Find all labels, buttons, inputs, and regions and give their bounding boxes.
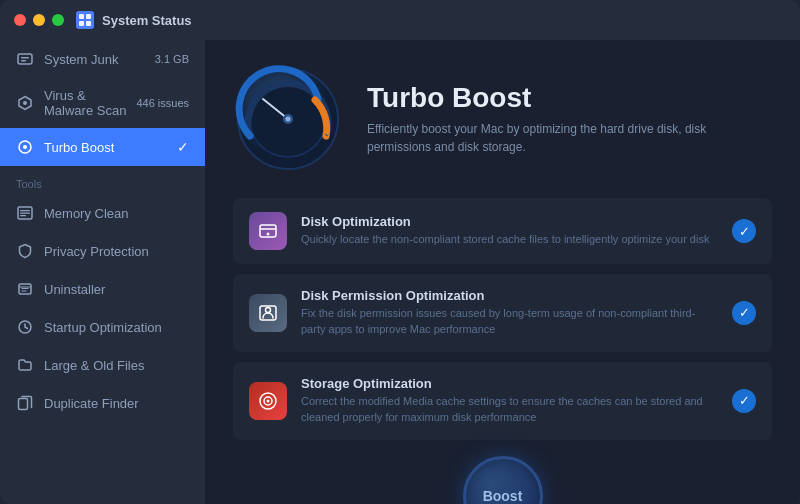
memory-clean-icon bbox=[16, 204, 34, 222]
svg-point-27 bbox=[266, 307, 271, 312]
storage-optimization-icon bbox=[249, 382, 287, 420]
gauge-container bbox=[233, 64, 343, 174]
header-text: Turbo Boost Efficiently boost your Mac b… bbox=[367, 82, 747, 156]
storage-optimization-title: Storage Optimization bbox=[301, 376, 718, 391]
svg-point-25 bbox=[267, 233, 270, 236]
storage-optimization-check: ✓ bbox=[732, 389, 756, 413]
sidebar-item-turbo-boost[interactable]: Turbo Boost ✓ bbox=[0, 128, 205, 166]
duplicate-finder-icon bbox=[16, 394, 34, 412]
virus-malware-icon bbox=[16, 94, 34, 112]
svg-point-7 bbox=[23, 101, 27, 105]
disk-permission-icon bbox=[249, 294, 287, 332]
page-title: Turbo Boost bbox=[367, 82, 747, 114]
content-header: Turbo Boost Efficiently boost your Mac b… bbox=[233, 64, 772, 174]
privacy-protection-icon bbox=[16, 242, 34, 260]
duplicate-finder-label: Duplicate Finder bbox=[44, 396, 189, 411]
minimize-button[interactable] bbox=[33, 14, 45, 26]
titlebar: System Status bbox=[0, 0, 800, 40]
sidebar-item-privacy-protection[interactable]: Privacy Protection bbox=[0, 232, 205, 270]
svg-rect-16 bbox=[19, 399, 28, 410]
feature-disk-permission: Disk Permission Optimization Fix the dis… bbox=[233, 274, 772, 352]
svg-rect-0 bbox=[79, 14, 84, 19]
svg-rect-12 bbox=[20, 213, 30, 214]
disk-optimization-title: Disk Optimization bbox=[301, 214, 718, 229]
large-old-files-icon bbox=[16, 356, 34, 374]
traffic-lights bbox=[14, 14, 64, 26]
feature-storage-optimization: Storage Optimization Correct the modifie… bbox=[233, 362, 772, 440]
system-junk-label: System Junk bbox=[44, 52, 155, 67]
startup-optimization-icon bbox=[16, 318, 34, 336]
boost-area: Boost bbox=[233, 456, 772, 504]
system-junk-badge: 3.1 GB bbox=[155, 53, 189, 65]
disk-permission-text: Disk Permission Optimization Fix the dis… bbox=[301, 288, 718, 338]
system-junk-icon bbox=[16, 50, 34, 68]
app-window: System Status System Junk 3.1 GB bbox=[0, 0, 800, 504]
storage-optimization-desc: Correct the modified Media cache setting… bbox=[301, 394, 718, 426]
disk-permission-title: Disk Permission Optimization bbox=[301, 288, 718, 303]
page-description: Efficiently boost your Mac by optimizing… bbox=[367, 120, 747, 156]
app-title: System Status bbox=[76, 11, 192, 29]
uninstaller-label: Uninstaller bbox=[44, 282, 189, 297]
svg-rect-2 bbox=[79, 21, 84, 26]
feature-disk-optimization: Disk Optimization Quickly locate the non… bbox=[233, 198, 772, 264]
sidebar-item-virus-malware[interactable]: Virus & Malware Scan 446 issues bbox=[0, 78, 205, 128]
startup-optimization-label: Startup Optimization bbox=[44, 320, 189, 335]
svg-rect-3 bbox=[86, 21, 91, 26]
main-layout: System Junk 3.1 GB Virus & Malware Scan … bbox=[0, 40, 800, 504]
disk-permission-desc: Fix the disk permission issues caused by… bbox=[301, 306, 718, 338]
content-area: Turbo Boost Efficiently boost your Mac b… bbox=[205, 40, 800, 504]
svg-rect-4 bbox=[18, 54, 32, 64]
sidebar-item-memory-clean[interactable]: Memory Clean bbox=[0, 194, 205, 232]
virus-malware-label: Virus & Malware Scan bbox=[44, 88, 136, 118]
turbo-boost-label: Turbo Boost bbox=[44, 140, 177, 155]
sidebar: System Junk 3.1 GB Virus & Malware Scan … bbox=[0, 40, 205, 504]
uninstaller-icon bbox=[16, 280, 34, 298]
disk-optimization-check: ✓ bbox=[732, 219, 756, 243]
app-title-text: System Status bbox=[102, 13, 192, 28]
turbo-boost-icon bbox=[16, 138, 34, 156]
close-button[interactable] bbox=[14, 14, 26, 26]
large-old-files-label: Large & Old Files bbox=[44, 358, 189, 373]
sidebar-item-startup-optimization[interactable]: Startup Optimization bbox=[0, 308, 205, 346]
svg-rect-6 bbox=[21, 60, 26, 62]
privacy-protection-label: Privacy Protection bbox=[44, 244, 189, 259]
disk-permission-check: ✓ bbox=[732, 301, 756, 325]
disk-optimization-text: Disk Optimization Quickly locate the non… bbox=[301, 214, 718, 248]
sidebar-item-system-junk[interactable]: System Junk 3.1 GB bbox=[0, 40, 205, 78]
boost-button[interactable]: Boost bbox=[463, 456, 543, 504]
disk-optimization-desc: Quickly locate the non-compliant stored … bbox=[301, 232, 718, 248]
svg-point-30 bbox=[267, 399, 270, 402]
svg-rect-5 bbox=[21, 57, 29, 59]
maximize-button[interactable] bbox=[52, 14, 64, 26]
features-list: Disk Optimization Quickly locate the non… bbox=[233, 198, 772, 440]
app-icon bbox=[76, 11, 94, 29]
sidebar-item-large-old-files[interactable]: Large & Old Files bbox=[0, 346, 205, 384]
svg-point-21 bbox=[286, 117, 291, 122]
turbo-boost-check: ✓ bbox=[177, 139, 189, 155]
svg-rect-11 bbox=[20, 210, 30, 211]
svg-rect-1 bbox=[86, 14, 91, 19]
tools-section-label: Tools bbox=[0, 166, 205, 194]
virus-malware-badge: 446 issues bbox=[136, 97, 189, 109]
svg-rect-13 bbox=[20, 215, 26, 216]
sidebar-item-uninstaller[interactable]: Uninstaller bbox=[0, 270, 205, 308]
disk-optimization-icon bbox=[249, 212, 287, 250]
memory-clean-label: Memory Clean bbox=[44, 206, 189, 221]
storage-optimization-text: Storage Optimization Correct the modifie… bbox=[301, 376, 718, 426]
sidebar-item-duplicate-finder[interactable]: Duplicate Finder bbox=[0, 384, 205, 422]
svg-point-9 bbox=[23, 145, 27, 149]
